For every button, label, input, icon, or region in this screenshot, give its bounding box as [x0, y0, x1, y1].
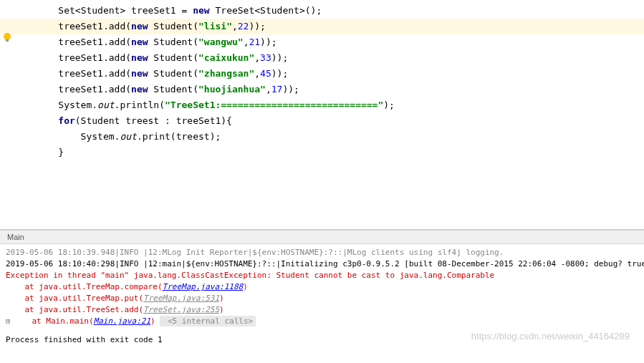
run-tab-bar: Main	[0, 230, 644, 244]
code-line[interactable]: treeSet1.add(new Student("huojianhua",17…	[36, 82, 644, 97]
intention-bulb-icon[interactable]	[1, 32, 13, 43]
code-line[interactable]: System.out.print(treest);	[36, 129, 644, 145]
svg-point-0	[4, 33, 11, 40]
run-tab-main[interactable]: Main	[3, 231, 29, 243]
code-line[interactable]: treeSet1.add(new Student("lisi",22));	[36, 19, 644, 34]
stack-trace-line: ⊞ at Main.main(Main.java:21) <5 internal…	[6, 316, 638, 327]
stack-link[interactable]: TreeSet.java:255	[143, 305, 219, 314]
code-line[interactable]: treeSet1.add(new Student("caixukun",33))…	[36, 50, 644, 66]
expand-icon[interactable]: ⊞	[6, 316, 13, 327]
code-content[interactable]: Set<Student> treeSet1 = new TreeSet<Stud…	[0, 0, 644, 163]
code-editor[interactable]: Set<Student> treeSet1 = new TreeSet<Stud…	[0, 0, 644, 229]
stack-link[interactable]: TreeMap.java:1188	[163, 282, 244, 291]
code-line[interactable]: }	[36, 145, 644, 160]
code-line[interactable]: treeSet1.add(new Student("wangwu",21));	[36, 34, 644, 50]
code-line[interactable]: Set<Student> treeSet1 = new TreeSet<Stud…	[36, 3, 644, 19]
watermark-text: https://blog.csdn.net/weixin_44164289	[471, 331, 630, 342]
internal-calls-badge[interactable]: <5 internal calls>	[160, 316, 256, 326]
stack-link[interactable]: Main.java:21	[94, 316, 150, 326]
log-line-truncated: 2019-05-06 18:10:39.948|INFO |12:MLog In…	[6, 247, 638, 258]
log-line-info: 2019-05-06 18:10:40:298|INFO |12:main|${…	[6, 258, 638, 270]
stack-link[interactable]: TreeMap.java:531	[143, 294, 219, 303]
stack-trace-line: at java.util.TreeSet.add(TreeSet.java:25…	[6, 304, 638, 316]
stack-trace-line: at java.util.TreeMap.compare(TreeMap.jav…	[6, 281, 638, 293]
code-line[interactable]: for(Student treest : treeSet1){	[36, 113, 644, 129]
svg-rect-1	[6, 39, 9, 42]
stack-trace-line: at java.util.TreeMap.put(TreeMap.java:53…	[6, 293, 638, 304]
exception-line: Exception in thread "main" java.lang.Cla…	[6, 270, 638, 281]
code-line[interactable]: treeSet1.add(new Student("zhangsan",45))…	[36, 66, 644, 82]
code-line[interactable]: System.out.println("TreeSet1:===========…	[36, 97, 644, 113]
